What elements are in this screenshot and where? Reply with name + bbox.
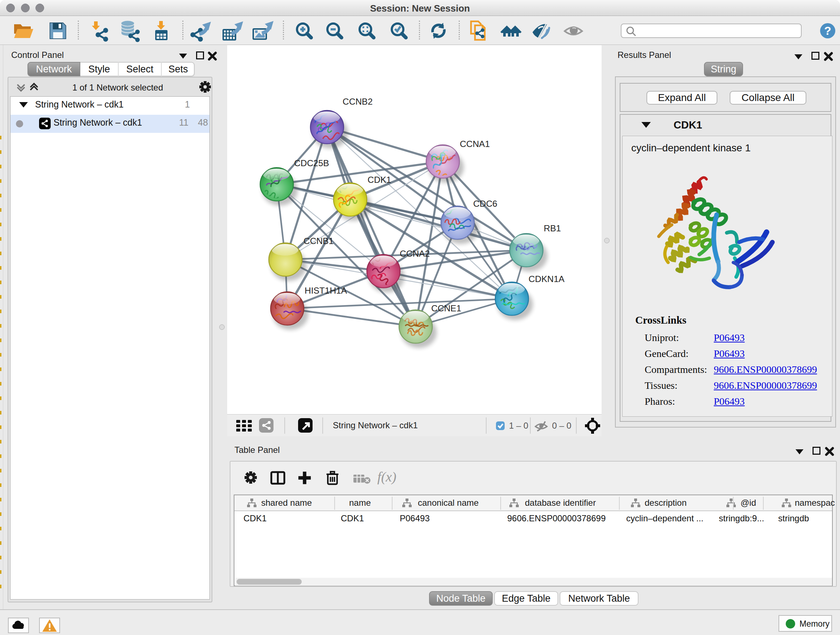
svg-text:CDC6: CDC6 xyxy=(473,199,497,209)
svg-text:CCNA1: CCNA1 xyxy=(460,139,490,149)
svg-text:?: ? xyxy=(824,24,831,37)
svg-text:HIST1H1A: HIST1H1A xyxy=(305,286,347,295)
svg-text:CCNA2: CCNA2 xyxy=(400,249,430,258)
svg-text:CDC25B: CDC25B xyxy=(294,158,329,168)
svg-text:CCNE1: CCNE1 xyxy=(431,303,461,313)
svg-text:CDK1: CDK1 xyxy=(368,175,391,185)
svg-text:CDKN1A: CDKN1A xyxy=(529,274,565,284)
svg-text:CCNB1: CCNB1 xyxy=(303,236,333,246)
svg-text:RB1: RB1 xyxy=(544,223,561,233)
svg-text:CCNB2: CCNB2 xyxy=(343,97,373,106)
